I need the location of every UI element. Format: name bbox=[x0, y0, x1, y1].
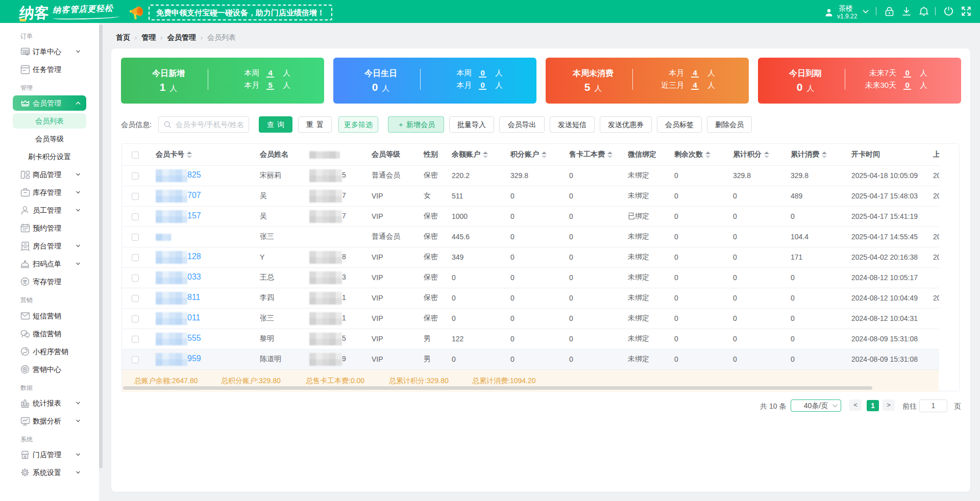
svg-text:寄: 寄 bbox=[23, 280, 28, 285]
